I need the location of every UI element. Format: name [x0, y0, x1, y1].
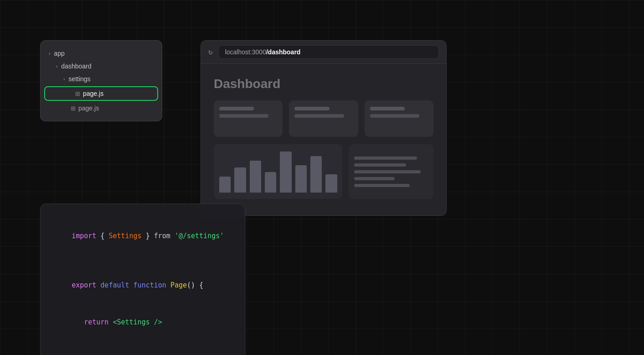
tree-item-page-inactive[interactable]: ⊞ page.js [41, 102, 162, 115]
file-tree-panel: › app › dashboard › settings ⊞ page.js ⊞… [40, 40, 162, 121]
chart-bar [265, 172, 276, 193]
chart-area [214, 144, 342, 199]
chart-bar [250, 161, 261, 193]
card-bar-2b [294, 114, 344, 118]
chevron-icon: › [49, 51, 50, 56]
chart-bar [280, 151, 291, 193]
list-line-5 [354, 184, 409, 187]
tree-item-dashboard[interactable]: › dashboard [41, 60, 162, 73]
dash-card-2 [289, 100, 358, 137]
import-string: '@/settings' [175, 232, 224, 240]
chevron-icon: › [56, 64, 57, 69]
keyword-return: return [84, 318, 108, 326]
file-icon: ⊞ [75, 90, 80, 97]
tree-item-app[interactable]: › app [41, 47, 162, 60]
code-line-1: import { Settings } from '@/settings' [55, 218, 230, 255]
chevron-icon: › [63, 77, 65, 82]
list-line-1 [354, 157, 417, 160]
code-line-3: return <Settings /> [55, 304, 230, 341]
keyword-function: function [134, 281, 166, 289]
chart-bar [325, 174, 337, 193]
tree-label-dashboard: dashboard [61, 63, 91, 70]
card-bar-1a [219, 107, 254, 110]
tree-item-settings[interactable]: › settings [41, 73, 162, 85]
dashboard-content: Dashboard [201, 64, 446, 215]
url-bar[interactable]: localhost:3000/dashboard [218, 45, 439, 59]
card-bar-1b [219, 114, 268, 118]
chart-bar [219, 177, 231, 193]
dash-card-3 [365, 100, 433, 137]
code-line-blank [55, 255, 230, 267]
list-area [349, 144, 433, 199]
dashboard-cards [214, 100, 433, 137]
browser-bar: ↻ localhost:3000/dashboard [201, 41, 446, 64]
card-bar-3b [370, 114, 419, 118]
card-bar-3a [370, 107, 405, 110]
class-settings: Settings [108, 232, 141, 240]
chart-bar [234, 167, 246, 193]
keyword-from: from [154, 232, 170, 240]
keyword-export: export [72, 281, 96, 289]
dash-card-1 [214, 100, 283, 137]
refresh-icon[interactable]: ↻ [208, 47, 213, 57]
chart-bar [310, 156, 322, 193]
tree-label-settings: settings [68, 75, 90, 83]
list-line-2 [354, 163, 406, 167]
chart-bar [295, 165, 307, 193]
tree-label-page-active: page.js [83, 90, 103, 97]
card-bar-2a [294, 107, 329, 110]
url-path: /dashboard [266, 48, 300, 56]
browser-panel: ↻ localhost:3000/dashboard Dashboard [201, 40, 447, 216]
tree-item-page-active[interactable]: ⊞ page.js [44, 86, 158, 101]
list-line-4 [354, 177, 395, 180]
keyword-default: default [100, 281, 129, 289]
code-line-2: export default function Page() { [55, 267, 230, 304]
jsx-tag: <Settings /> [113, 318, 162, 326]
list-line-3 [354, 170, 420, 173]
file-icon: ⊞ [71, 105, 76, 112]
dashboard-title: Dashboard [214, 77, 433, 91]
func-name: Page [170, 281, 187, 289]
code-panel: import { Settings } from '@/settings' ex… [40, 204, 245, 355]
tree-label-app: app [54, 50, 64, 57]
code-line-4: } [55, 341, 230, 355]
tree-label-page-inactive: page.js [78, 104, 99, 112]
url-host: localhost:3000 [225, 48, 266, 56]
keyword-import: import [72, 232, 96, 240]
dashboard-bottom [214, 144, 433, 199]
